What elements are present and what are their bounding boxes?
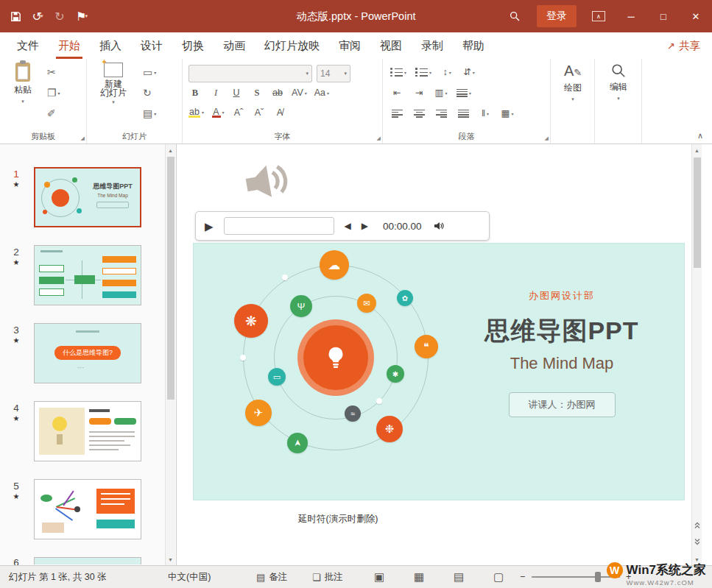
thumbnail-panel-scrollbar[interactable]: ▲ ▼ [165, 144, 175, 565]
justify-button[interactable] [457, 110, 470, 118]
zoom-slider-thumb[interactable] [595, 572, 601, 582]
scrollbar-thumb[interactable] [694, 157, 701, 268]
thumbnail-4[interactable] [34, 401, 141, 461]
align-objects-button[interactable]: ‖▾ [479, 109, 492, 118]
align-text-button[interactable]: ▾ [457, 89, 471, 97]
thumbnail-5[interactable] [34, 479, 141, 539]
copy-button[interactable]: ❐▾ [47, 87, 60, 99]
align-left-button[interactable] [390, 110, 403, 118]
editor-scrollbar[interactable]: ▲ ▼ [691, 144, 702, 565]
increase-indent-button[interactable]: ⇥ [412, 88, 426, 98]
font-color-button[interactable]: A▾ [211, 107, 225, 118]
tab-insert[interactable]: 插入 [90, 32, 131, 59]
text-direction-button[interactable]: ⇵▾ [462, 68, 476, 77]
chevron-down-icon: ▾ [154, 70, 156, 75]
text-shadow-button[interactable]: S [250, 88, 264, 98]
previous-slide-button[interactable] [692, 518, 702, 533]
save-button[interactable] [6, 6, 25, 26]
line-spacing-button[interactable]: ↕▾ [440, 68, 454, 77]
delay-placeholder-text[interactable]: 延时符(演示时删除) [298, 513, 378, 525]
reset-button[interactable]: ↻ [143, 87, 152, 99]
tab-file[interactable]: 文件 [7, 32, 49, 59]
change-case-button[interactable]: Aa▾ [314, 88, 329, 98]
font-name-combo[interactable]: ▾ [188, 65, 312, 82]
chevron-down-icon: ▾ [306, 71, 309, 77]
language-indicator[interactable]: 中文(中国) [168, 566, 211, 588]
cut-button[interactable]: ✂ [47, 66, 56, 78]
paste-button[interactable]: 粘贴 ▾ [6, 63, 40, 105]
comments-button[interactable]: ❏ 批注 [312, 566, 343, 588]
decrease-indent-button[interactable]: ⇤ [390, 88, 403, 98]
share-button[interactable]: ↗共享 [667, 39, 700, 53]
layout-button[interactable]: ▭▾ [143, 66, 156, 78]
clear-formatting-button[interactable]: A̸ [273, 108, 286, 118]
redo-button[interactable]: ↻ [50, 6, 69, 26]
italic-button[interactable]: I [209, 88, 222, 98]
normal-view-button[interactable]: ▣ [374, 566, 384, 588]
tab-transitions[interactable]: 切换 [172, 32, 214, 59]
bold-button[interactable]: B [188, 88, 202, 98]
tab-record[interactable]: 录制 [412, 32, 453, 59]
paragraph-dialog-launcher[interactable]: ◢ [545, 135, 549, 141]
scroll-down-arrow[interactable]: ▼ [166, 554, 175, 564]
font-dialog-launcher[interactable]: ◢ [377, 135, 381, 141]
notes-button[interactable]: ▤ 备注 [256, 566, 287, 588]
tab-view[interactable]: 视图 [370, 32, 412, 59]
undo-button[interactable]: ↺▾ [28, 6, 47, 26]
thumbnail-6[interactable] [34, 557, 141, 564]
highlight-color-button[interactable]: ab▾ [188, 107, 204, 118]
maximize-button[interactable]: □ [647, 0, 680, 32]
columns-button[interactable]: ▥▾ [434, 88, 448, 98]
format-painter-button[interactable]: ✐ [47, 107, 56, 119]
slide-sorter-view-button[interactable]: ▦ [414, 566, 424, 588]
thumbnail-3[interactable]: 什么是思维导图? ⋯ [34, 323, 141, 383]
login-button[interactable]: 登录 [537, 5, 577, 27]
titlebar-controls: 登录 ∧ ─ □ ✕ [498, 0, 712, 32]
next-slide-button[interactable] [692, 534, 702, 549]
volume-icon[interactable] [432, 220, 445, 232]
tab-home[interactable]: 开始 [49, 32, 90, 59]
tab-slideshow[interactable]: 幻灯片放映 [255, 32, 329, 59]
underline-button[interactable]: U [230, 88, 243, 98]
reading-view-button[interactable]: ▤ [454, 566, 464, 588]
arrange-button[interactable]: ▦▾ [501, 109, 514, 118]
grow-font-button[interactable]: Aˆ [232, 108, 245, 118]
align-center-button[interactable] [412, 110, 426, 118]
drawing-button[interactable]: A✎ 绘图 ▾ [556, 63, 590, 102]
slideshow-view-button[interactable]: ▢ [493, 566, 504, 588]
bullets-button[interactable]: ▾ [390, 68, 406, 77]
play-button[interactable]: ▶ [205, 221, 214, 232]
ribbon-display-options-button[interactable]: ∧ [582, 0, 615, 32]
thumbnail-1[interactable]: 思维导图PPT The Mind Map [34, 167, 141, 227]
thumbnail-2[interactable] [34, 245, 141, 305]
font-size-combo[interactable]: 14▾ [317, 65, 350, 82]
tab-review[interactable]: 审阅 [329, 32, 370, 59]
align-right-button[interactable] [434, 110, 448, 118]
seek-back-button[interactable]: ◀ [345, 222, 351, 230]
search-button[interactable] [498, 0, 531, 32]
seek-forward-button[interactable]: ▶ [362, 222, 368, 230]
strikethrough-button[interactable]: ab [271, 88, 284, 98]
clipboard-dialog-launcher[interactable]: ◢ [81, 135, 85, 141]
numbering-button[interactable]: ▾ [415, 68, 431, 77]
section-button[interactable]: ▤▾ [143, 107, 156, 119]
tab-animations[interactable]: 动画 [214, 32, 255, 59]
tab-design[interactable]: 设计 [131, 32, 172, 59]
collapse-ribbon-button[interactable]: ∧ [697, 131, 703, 141]
start-from-beginning-button[interactable]: ⚑▾ [72, 6, 91, 26]
tab-help[interactable]: 帮助 [453, 32, 494, 59]
new-slide-button[interactable]: 新建幻灯片 ▾ [91, 63, 135, 105]
scroll-up-arrow[interactable]: ▲ [166, 145, 175, 155]
close-button[interactable]: ✕ [680, 0, 712, 32]
scroll-up-arrow[interactable]: ▲ [692, 145, 702, 155]
slide-counter[interactable]: 幻灯片 第 1 张, 共 30 张 [9, 566, 107, 588]
editing-button[interactable]: 编辑 ▾ [602, 63, 635, 102]
zoom-out-button[interactable]: − [520, 566, 525, 588]
scrollbar-thumb[interactable] [167, 157, 175, 400]
minimize-button[interactable]: ─ [615, 0, 647, 32]
slide-title-block[interactable]: 办图网设计部 思维导图PPT The Mind Map 讲课人：办图网 [473, 289, 650, 417]
slide-canvas[interactable]: ☁ Ψ ❋ ✉ ✿ ❝ ✱ ▭ ✈ ≈ ➤ ❉ 办图网设计部 思维导图PPT T… [193, 243, 685, 500]
audio-seek-bar[interactable] [224, 217, 334, 235]
shrink-font-button[interactable]: Aˇ [253, 108, 266, 118]
character-spacing-button[interactable]: AV▾ [292, 88, 307, 98]
